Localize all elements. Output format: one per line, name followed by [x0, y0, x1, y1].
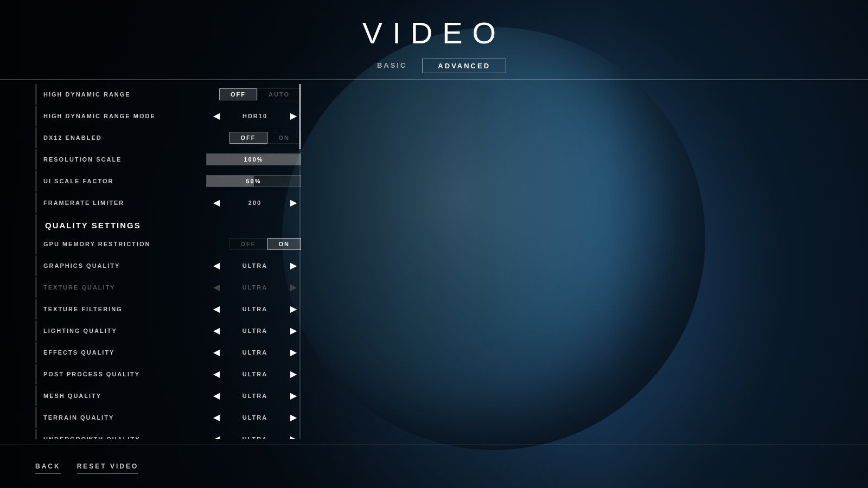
framerate-label: FRAMERATE LIMITER — [43, 200, 209, 206]
effects-quality-control: ◀ ULTRA ▶ — [209, 348, 301, 357]
hdr-mode-control: ◀ HDR10 ▶ — [209, 112, 301, 120]
framerate-row: FRAMERATE LIMITER ◀ 200 ▶ — [35, 192, 301, 213]
ui-scale-label: UI SCALE FACTOR — [43, 178, 206, 184]
ui-scale-control: 50% — [206, 175, 301, 187]
effects-quality-left-btn[interactable]: ◀ — [209, 348, 224, 357]
quality-section-header: QUALITY SETTINGS — [35, 214, 301, 234]
bottom-bar: BACK RESET VIDEO — [0, 445, 868, 488]
dx12-label: DX12 ENABLED — [43, 134, 229, 141]
terrain-quality-row: TERRAIN QUALITY ◀ ULTRA ▶ — [35, 407, 301, 428]
hdr-mode-label: HIGH DYNAMIC RANGE MODE — [43, 113, 209, 119]
settings-panel: HIGH DYNAMIC RANGE OFF AUTO HIGH DYNAMIC… — [35, 84, 301, 439]
post-process-label: POST PROCESS QUALITY — [43, 371, 209, 377]
hdr-mode-row: HIGH DYNAMIC RANGE MODE ◀ HDR10 ▶ — [35, 106, 301, 126]
post-process-left-btn[interactable]: ◀ — [209, 370, 224, 378]
dx12-off-btn[interactable]: OFF — [229, 132, 267, 144]
tab-basic[interactable]: BASIC — [362, 58, 422, 74]
lighting-quality-left-btn[interactable]: ◀ — [209, 326, 224, 335]
texture-filtering-row: TEXTURE FILTERING ◀ ULTRA ▶ — [35, 299, 301, 319]
texture-quality-left-btn[interactable]: ◀ — [209, 283, 224, 292]
dx12-control: OFF ON — [229, 132, 302, 144]
page-title: VIDEO — [362, 15, 506, 50]
effects-quality-row: EFFECTS QUALITY ◀ ULTRA ▶ — [35, 342, 301, 363]
back-button[interactable]: BACK — [35, 459, 61, 474]
undergrowth-left-btn[interactable]: ◀ — [209, 435, 224, 439]
resolution-row: RESOLUTION SCALE 100% — [35, 149, 301, 170]
lighting-quality-control: ◀ ULTRA ▶ — [209, 326, 301, 335]
texture-quality-control: ◀ ULTRA ▶ — [209, 283, 301, 292]
undergrowth-row: UNDERGROWTH QUALITY ◀ ULTRA ▶ — [35, 429, 301, 439]
ui-scale-row: UI SCALE FACTOR 50% — [35, 171, 301, 191]
graphics-quality-control: ◀ ULTRA ▶ — [209, 261, 301, 270]
gpu-memory-control: OFF ON — [229, 238, 302, 250]
tab-advanced[interactable]: ADVANCED — [422, 59, 506, 73]
mesh-quality-label: MESH QUALITY — [43, 393, 209, 399]
tab-bar: BASIC ADVANCED — [362, 58, 506, 74]
scrollbar-thumb[interactable] — [299, 84, 301, 149]
reset-video-button[interactable]: RESET VIDEO — [77, 459, 139, 474]
ui-scale-value: 50% — [207, 178, 301, 184]
effects-quality-label: EFFECTS QUALITY — [43, 349, 209, 356]
dx12-on-btn[interactable]: ON — [267, 132, 302, 144]
tab-rule — [0, 79, 868, 80]
terrain-quality-value: ULTRA — [236, 414, 274, 421]
post-process-control: ◀ ULTRA ▶ — [209, 370, 301, 378]
texture-quality-value: ULTRA — [236, 284, 274, 291]
resolution-value: 100% — [207, 156, 301, 163]
post-process-row: POST PROCESS QUALITY ◀ ULTRA ▶ — [35, 364, 301, 384]
hdr-control: OFF AUTO — [219, 88, 301, 100]
undergrowth-label: UNDERGROWTH QUALITY — [43, 436, 209, 439]
ui-scale-slider[interactable]: 50% — [206, 175, 301, 187]
undergrowth-value: ULTRA — [236, 436, 274, 439]
resolution-slider[interactable]: 100% — [206, 153, 301, 165]
lighting-quality-row: LIGHTING QUALITY ◀ ULTRA ▶ — [35, 320, 301, 341]
hdr-mode-left-btn[interactable]: ◀ — [209, 112, 224, 120]
resolution-label: RESOLUTION SCALE — [43, 156, 206, 163]
hdr-label: HIGH DYNAMIC RANGE — [43, 91, 219, 98]
framerate-control: ◀ 200 ▶ — [209, 198, 301, 207]
hdr-mode-value: HDR10 — [236, 113, 274, 119]
hdr-off-btn[interactable]: OFF — [219, 88, 257, 100]
mesh-quality-control: ◀ ULTRA ▶ — [209, 391, 301, 400]
graphics-quality-value: ULTRA — [236, 262, 274, 269]
gpu-memory-label: GPU MEMORY RESTRICTION — [43, 241, 229, 247]
lighting-quality-value: ULTRA — [236, 328, 274, 334]
gpu-memory-on-btn[interactable]: ON — [267, 238, 302, 250]
scrollbar-track[interactable] — [299, 84, 301, 439]
texture-filtering-control: ◀ ULTRA ▶ — [209, 305, 301, 313]
texture-filtering-left-btn[interactable]: ◀ — [209, 305, 224, 313]
post-process-value: ULTRA — [236, 371, 274, 377]
undergrowth-control: ◀ ULTRA ▶ — [209, 435, 301, 439]
dx12-row: DX12 ENABLED OFF ON — [35, 127, 301, 148]
texture-filtering-value: ULTRA — [236, 306, 274, 312]
texture-filtering-label: TEXTURE FILTERING — [43, 306, 209, 312]
hdr-auto-btn[interactable]: AUTO — [257, 88, 301, 100]
mesh-quality-left-btn[interactable]: ◀ — [209, 391, 224, 400]
texture-quality-label: TEXTURE QUALITY — [43, 284, 209, 291]
terrain-quality-left-btn[interactable]: ◀ — [209, 413, 224, 422]
resolution-control: 100% — [206, 153, 301, 165]
terrain-quality-label: TERRAIN QUALITY — [43, 414, 209, 421]
gpu-memory-row: GPU MEMORY RESTRICTION OFF ON — [35, 234, 301, 254]
quality-section-title: QUALITY SETTINGS — [45, 221, 141, 230]
lighting-quality-label: LIGHTING QUALITY — [43, 328, 209, 334]
framerate-left-btn[interactable]: ◀ — [209, 198, 224, 207]
gpu-memory-off-btn[interactable]: OFF — [229, 238, 267, 250]
terrain-quality-control: ◀ ULTRA ▶ — [209, 413, 301, 422]
framerate-value: 200 — [236, 200, 274, 206]
mesh-quality-value: ULTRA — [236, 393, 274, 399]
hdr-row: HIGH DYNAMIC RANGE OFF AUTO — [35, 84, 301, 105]
main-content: VIDEO BASIC ADVANCED HIGH DYNAMIC RANGE … — [0, 0, 868, 488]
graphics-quality-left-btn[interactable]: ◀ — [209, 261, 224, 270]
mesh-quality-row: MESH QUALITY ◀ ULTRA ▶ — [35, 386, 301, 406]
texture-quality-row: TEXTURE QUALITY ◀ ULTRA ▶ — [35, 277, 301, 298]
graphics-quality-row: GRAPHICS QUALITY ◀ ULTRA ▶ — [35, 255, 301, 276]
effects-quality-value: ULTRA — [236, 349, 274, 356]
graphics-quality-label: GRAPHICS QUALITY — [43, 262, 209, 269]
